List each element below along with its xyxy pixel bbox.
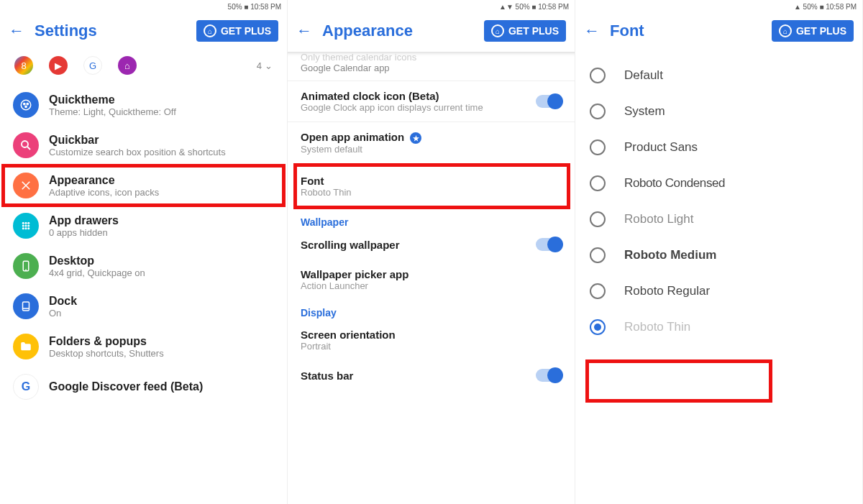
radio-icon[interactable] — [590, 68, 606, 83]
svg-point-3 — [25, 106, 27, 107]
item-dock[interactable]: Dock On — [3, 286, 284, 326]
font-option-roboto-light[interactable]: Roboto Light — [575, 201, 862, 237]
get-plus-button[interactable]: ⌂ GET PLUS — [484, 20, 566, 42]
radio-icon[interactable] — [590, 283, 606, 299]
svg-point-9 — [25, 222, 27, 224]
svg-point-4 — [22, 141, 28, 147]
row-wallpaper-picker[interactable]: Wallpaper picker app Action Launcher — [288, 260, 575, 300]
font-options-list: DefaultSystemProduct SansRoboto Condense… — [575, 52, 862, 345]
row-sub: Action Launcher — [301, 280, 562, 291]
home-icon: ⌂ — [491, 24, 504, 37]
icon-count-dropdown[interactable]: 4 ⌄ — [257, 60, 273, 71]
radio-icon[interactable] — [590, 247, 606, 263]
item-label: Desktop — [49, 255, 274, 267]
item-app-drawers[interactable]: App drawers 0 apps hidden — [3, 206, 284, 246]
brush-icon — [13, 173, 39, 198]
back-icon[interactable]: ← — [9, 23, 24, 39]
svg-point-12 — [25, 225, 27, 227]
back-icon[interactable]: ← — [296, 23, 312, 39]
item-appearance[interactable]: Appearance Adaptive icons, icon packs — [3, 165, 284, 206]
radio-label: Roboto Regular — [624, 284, 710, 298]
item-label: Folders & popups — [49, 335, 274, 348]
toggle-switch[interactable] — [536, 95, 562, 108]
home-icon: ⌂ — [779, 24, 792, 37]
highlight-box — [585, 359, 772, 403]
item-sub: 0 apps hidden — [49, 227, 274, 238]
row-animated-clock[interactable]: Animated clock icon (Beta) Google Clock … — [288, 81, 575, 122]
get-plus-label: GET PLUS — [221, 25, 271, 37]
svg-point-16 — [27, 227, 29, 229]
get-plus-button[interactable]: ⌂ GET PLUS — [196, 20, 278, 42]
font-option-system[interactable]: System — [575, 93, 862, 129]
radio-label: Roboto Medium — [624, 248, 716, 262]
status-bar: ▲ 50% ■ 10:58 PM — [575, 0, 862, 13]
radio-icon[interactable] — [590, 319, 606, 335]
status-text: ▲▼ 50% ■ 10:58 PM — [499, 3, 569, 11]
status-text: ▲ 50% ■ 10:58 PM — [794, 3, 857, 11]
svg-point-8 — [22, 222, 24, 224]
header: ← Appearance ⌂ GET PLUS — [288, 13, 575, 52]
app-icon-row: 8 ▶ G ⌂ 4 ⌄ — [0, 52, 287, 85]
back-icon[interactable]: ← — [584, 23, 600, 39]
radio-label: Roboto Thin — [624, 320, 690, 334]
item-sub: Desktop shortcuts, Shutters — [49, 348, 274, 359]
youtube-icon[interactable]: ▶ — [49, 56, 68, 75]
app-icon-8[interactable]: 8 — [14, 56, 33, 75]
radio-label: System — [624, 104, 665, 119]
font-option-default[interactable]: Default — [575, 58, 862, 93]
row-sub: Roboto Thin — [301, 187, 562, 198]
svg-point-15 — [25, 227, 27, 229]
radio-icon[interactable] — [590, 139, 606, 155]
font-option-product-sans[interactable]: Product Sans — [575, 129, 862, 165]
row-sub: Portrait — [301, 341, 562, 352]
folder-icon — [13, 334, 39, 359]
row-sub: Google Clock app icon displays current t… — [301, 102, 536, 113]
font-option-roboto-regular[interactable]: Roboto Regular — [575, 273, 862, 309]
radio-label: Roboto Condensed — [624, 176, 725, 191]
row-scrolling-wallpaper[interactable]: Scrolling wallpaper — [288, 229, 575, 260]
radio-icon[interactable] — [590, 211, 606, 227]
row-screen-orientation[interactable]: Screen orientation Portrait — [288, 320, 575, 360]
get-plus-button[interactable]: ⌂ GET PLUS — [772, 20, 854, 42]
font-option-roboto-medium[interactable]: Roboto Medium — [575, 237, 862, 273]
item-quicktheme[interactable]: Quicktheme Theme: Light, Quicktheme: Off — [3, 85, 284, 125]
font-option-roboto-thin[interactable]: Roboto Thin — [575, 309, 862, 345]
item-sub: Customize search box position & shortcut… — [49, 147, 274, 157]
settings-list: Quicktheme Theme: Light, Quicktheme: Off… — [0, 85, 287, 407]
item-label: Google Discover feed (Beta) — [49, 380, 274, 393]
radio-label: Roboto Light — [624, 212, 693, 226]
radio-icon[interactable] — [590, 175, 606, 191]
item-quickbar[interactable]: Quickbar Customize search box position &… — [3, 125, 284, 165]
dock-icon — [13, 293, 39, 319]
row-sub: System default — [301, 144, 562, 155]
item-label: Dock — [49, 295, 274, 308]
row-font[interactable]: Font Roboto Thin — [288, 163, 575, 209]
item-label: Quicktheme — [49, 93, 274, 106]
icon-count-value: 4 — [257, 60, 262, 71]
item-label: Quickbar — [49, 134, 274, 147]
item-desktop[interactable]: Desktop 4x4 grid, Quickpage on — [3, 246, 284, 286]
toggle-switch[interactable] — [536, 369, 562, 382]
header: ← Font ⌂ GET PLUS — [575, 13, 862, 52]
svg-rect-19 — [23, 302, 29, 311]
row-label: Status bar — [301, 370, 536, 382]
pane-settings: 50% ■ 10:58 PM ← Settings ⌂ GET PLUS 8 ▶… — [0, 0, 288, 504]
row-open-app-animation[interactable]: Open app animation ★ System default — [288, 122, 575, 163]
item-sub: 4x4 grid, Quickpage on — [49, 267, 274, 278]
google-icon[interactable]: G — [83, 56, 102, 75]
palette-icon — [13, 92, 39, 118]
item-google-discover[interactable]: G Google Discover feed (Beta) — [3, 367, 284, 407]
status-bar: 50% ■ 10:58 PM — [0, 0, 287, 13]
radio-icon[interactable] — [590, 104, 606, 119]
row-status-bar[interactable]: Status bar — [288, 360, 575, 390]
row-label: Scrolling wallpaper — [301, 239, 536, 251]
row-label: Animated clock icon (Beta) — [301, 90, 536, 102]
font-option-roboto-condensed[interactable]: Roboto Condensed — [575, 165, 862, 201]
item-sub: On — [49, 308, 274, 319]
row-label: Screen orientation — [301, 329, 562, 341]
get-plus-label: GET PLUS — [796, 25, 846, 37]
page-title: Appearance — [322, 22, 474, 40]
launcher-icon[interactable]: ⌂ — [118, 56, 137, 75]
item-folders[interactable]: Folders & popups Desktop shortcuts, Shut… — [3, 326, 284, 367]
toggle-switch[interactable] — [536, 238, 562, 251]
